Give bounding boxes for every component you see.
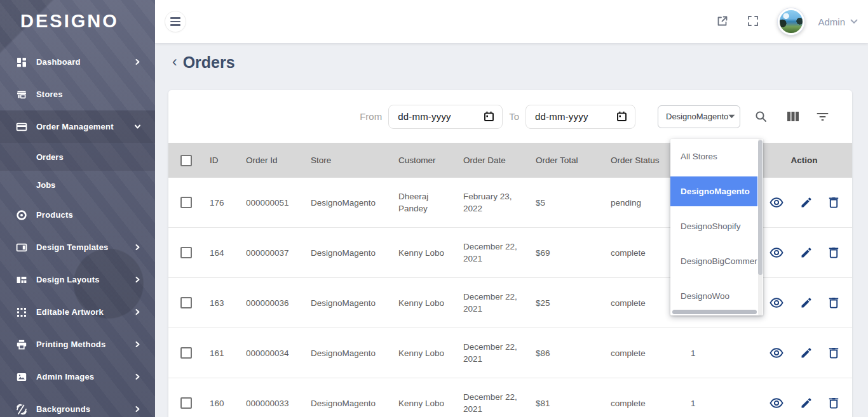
cell-order-status: complete bbox=[600, 297, 680, 309]
view-columns-icon[interactable] bbox=[787, 111, 799, 122]
sidebar-item-design-templates[interactable]: Design Templates bbox=[0, 231, 155, 263]
template-icon bbox=[15, 241, 27, 253]
trash-icon[interactable] bbox=[829, 297, 839, 308]
cell-store: DesignoMagento bbox=[300, 297, 388, 309]
dropdown-option-designobigcommerce[interactable]: DesignoBigCommerce bbox=[670, 244, 757, 279]
cell-order-date: December 22, 2021 bbox=[452, 291, 525, 315]
image-icon bbox=[15, 371, 27, 383]
chevron-right-icon bbox=[134, 308, 141, 315]
row-checkbox[interactable] bbox=[180, 397, 192, 409]
sidebar-item-label: Orders bbox=[36, 152, 64, 162]
calendar-icon[interactable] bbox=[484, 111, 494, 122]
cell-id: 176 bbox=[199, 197, 235, 209]
sidebar-item-backgrounds[interactable]: Backgrounds bbox=[0, 393, 155, 417]
dropdown-option-designomagento[interactable]: DesignoMagento bbox=[670, 176, 757, 206]
chevron-down-icon bbox=[134, 123, 141, 130]
cell-order-total: $86 bbox=[525, 347, 600, 359]
hamburger-menu-button[interactable] bbox=[165, 11, 186, 32]
filter-list-icon[interactable] bbox=[817, 112, 829, 121]
pencil-icon[interactable] bbox=[801, 197, 811, 208]
cell-store: DesignoMagento bbox=[300, 197, 388, 209]
sidebar-item-design-layouts[interactable]: Design Layouts bbox=[0, 263, 155, 296]
eye-icon[interactable] bbox=[770, 248, 783, 258]
cell-store: DesignoMagento bbox=[300, 397, 388, 409]
dropdown-vertical-scrollbar[interactable] bbox=[758, 139, 763, 315]
trash-icon[interactable] bbox=[829, 397, 839, 409]
topbar: Admin bbox=[155, 0, 868, 43]
store-filter-select[interactable]: DesignoMagento bbox=[658, 105, 740, 128]
sidebar-item-order-management[interactable]: Order Management bbox=[0, 110, 155, 143]
cell-customer: Dheeraj Pandey bbox=[388, 190, 452, 215]
eye-icon[interactable] bbox=[770, 398, 783, 408]
sidebar-item-printing-methods[interactable]: Printing Methods bbox=[0, 328, 155, 361]
chevron-down-icon bbox=[850, 19, 858, 24]
pencil-icon[interactable] bbox=[801, 248, 811, 258]
sidebar-subitem-jobs[interactable]: Jobs bbox=[0, 171, 155, 199]
sidebar-subitem-orders[interactable]: Orders bbox=[0, 143, 155, 171]
open-in-new-icon[interactable] bbox=[715, 15, 729, 29]
cell-order-id: 000000034 bbox=[235, 347, 300, 359]
back-chevron-icon[interactable]: ‹ bbox=[172, 55, 177, 69]
calendar-icon[interactable] bbox=[616, 111, 627, 122]
cell-order-id: 000000037 bbox=[235, 247, 300, 259]
table-row: 161 000000034 DesignoMagento Kenny Lobo … bbox=[168, 328, 852, 378]
cell-order-id: 000000051 bbox=[235, 197, 300, 209]
sidebar-item-admin-images[interactable]: Admin Images bbox=[0, 361, 155, 393]
cell-customer: Kenny Lobo bbox=[388, 347, 452, 359]
eye-icon[interactable] bbox=[770, 197, 783, 208]
trash-icon[interactable] bbox=[829, 247, 839, 258]
pencil-icon[interactable] bbox=[801, 348, 811, 359]
cell-order-date: December 22, 2021 bbox=[452, 341, 525, 365]
col-header-order-date: Order Date bbox=[452, 156, 525, 165]
search-icon[interactable] bbox=[754, 110, 768, 123]
scrollbar-thumb[interactable] bbox=[758, 140, 763, 275]
row-checkbox[interactable] bbox=[180, 197, 192, 208]
cell-customer: Kenny Lobo bbox=[388, 397, 452, 409]
store-filter-value: DesignoMagento bbox=[666, 112, 728, 121]
dropdown-option-designoshopify[interactable]: DesignoShopify bbox=[670, 209, 757, 244]
cell-customer: Kenny Lobo bbox=[388, 247, 452, 259]
row-checkbox[interactable] bbox=[180, 247, 192, 258]
cell-id: 164 bbox=[199, 247, 235, 259]
dropdown-horizontal-scrollbar[interactable] bbox=[672, 310, 757, 314]
sidebar-item-editable-artwork[interactable]: Editable Artwork bbox=[0, 296, 155, 328]
col-header-order-id: Order Id bbox=[235, 156, 300, 165]
cell-order-date: February 23, 2022 bbox=[452, 190, 525, 215]
chevron-right-icon bbox=[134, 373, 141, 380]
dropdown-option-all-stores[interactable]: All Stores bbox=[670, 139, 757, 174]
dots-grid-icon bbox=[15, 306, 27, 318]
fullscreen-icon[interactable] bbox=[747, 15, 761, 29]
sidebar-item-label: Order Management bbox=[36, 122, 134, 131]
sidebar-item-label: Design Templates bbox=[36, 242, 134, 252]
sidebar-item-label: Jobs bbox=[36, 180, 55, 190]
sidebar-item-label: Dashboard bbox=[36, 57, 134, 67]
eye-icon[interactable] bbox=[770, 298, 783, 308]
to-date-input[interactable]: dd-mm-yyyy bbox=[526, 105, 635, 129]
select-all-checkbox[interactable] bbox=[180, 155, 192, 166]
user-menu[interactable]: Admin bbox=[818, 17, 858, 27]
disc-icon bbox=[15, 209, 27, 221]
avatar[interactable] bbox=[778, 8, 804, 35]
dropdown-option-designowoo[interactable]: DesignoWoo bbox=[670, 279, 757, 309]
row-checkbox[interactable] bbox=[180, 347, 192, 359]
sidebar-item-label: Stores bbox=[36, 89, 141, 99]
cell-qty: 1 bbox=[680, 397, 756, 409]
from-label: From bbox=[360, 111, 382, 122]
pencil-icon[interactable] bbox=[801, 298, 811, 308]
printer-icon bbox=[15, 338, 27, 350]
cell-order-total: $69 bbox=[525, 247, 600, 259]
eye-icon[interactable] bbox=[770, 348, 783, 358]
sidebar-item-stores[interactable]: Stores bbox=[0, 78, 155, 110]
trash-icon[interactable] bbox=[829, 197, 839, 208]
trash-icon[interactable] bbox=[829, 347, 839, 359]
cell-order-id: 000000033 bbox=[235, 397, 300, 409]
from-date-input[interactable]: dd-mm-yyyy bbox=[388, 105, 503, 129]
sidebar-item-dashboard[interactable]: Dashboard bbox=[0, 46, 155, 78]
dashboard-icon bbox=[15, 56, 27, 68]
pencil-icon[interactable] bbox=[801, 398, 811, 409]
row-checkbox[interactable] bbox=[180, 297, 192, 308]
sidebar-item-products[interactable]: Products bbox=[0, 199, 155, 231]
col-header-action: Action bbox=[756, 156, 852, 165]
chevron-right-icon bbox=[134, 244, 141, 251]
cell-order-date: December 22, 2021 bbox=[452, 391, 525, 415]
